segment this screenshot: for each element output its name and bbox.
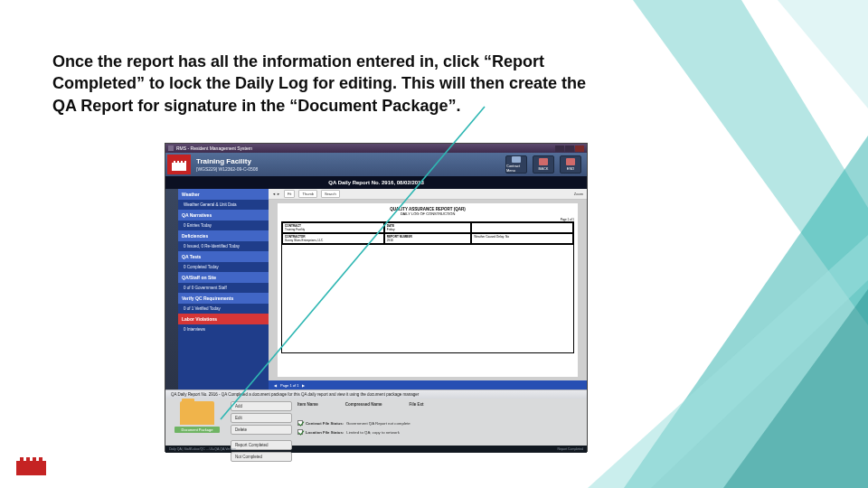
sidebar-item[interactable]: Weather General & Unit Data bbox=[178, 200, 269, 210]
window-titlebar: RMS - Resident Management System bbox=[165, 144, 587, 153]
sidebar-item[interactable]: 0 of 1 Verified Today bbox=[178, 304, 269, 314]
app-icon bbox=[168, 145, 174, 151]
svg-marker-2 bbox=[624, 136, 868, 488]
sidebar-head-staff[interactable]: QA/Staff on Site bbox=[178, 272, 269, 283]
doc-thumb-button[interactable]: Thumb bbox=[298, 190, 316, 198]
pager-prev-icon[interactable]: ◀ bbox=[274, 383, 277, 388]
app-footer: Daily QA | Staff/Labor/QC ... UI=QA,QA,V… bbox=[165, 446, 587, 453]
contractor-menu-button[interactable]: Contract Menu bbox=[505, 155, 527, 174]
folder-icon[interactable] bbox=[180, 401, 214, 425]
report-page: QUALITY ASSURANCE REPORT (QAR) DAILY LOG… bbox=[278, 203, 578, 377]
sidebar: Weather Weather General & Unit Data QA N… bbox=[178, 189, 269, 389]
back-button[interactable]: BACK bbox=[533, 155, 554, 174]
window-minimize-button[interactable] bbox=[555, 145, 564, 152]
doc-fit-button[interactable]: Fit bbox=[284, 190, 295, 198]
info-banner: QA Daily Report No. 2916 - QA Completed … bbox=[165, 389, 587, 399]
window-title: RMS - Resident Management System bbox=[176, 145, 252, 151]
report-info-grid: CONTRACTTraining Facility DATEFriday CON… bbox=[281, 221, 574, 245]
facility-name: Training Facility bbox=[196, 157, 258, 166]
sidebar-item[interactable]: 0 Completed Today bbox=[178, 262, 269, 272]
app-window: RMS - Resident Management System Trainin… bbox=[165, 143, 588, 452]
sidebar-item[interactable]: 0 Interviews bbox=[178, 324, 269, 334]
sidebar-head-deficiencies[interactable]: Deficiencies bbox=[178, 230, 269, 241]
delete-button[interactable]: Delete bbox=[231, 425, 292, 435]
table-header: Item Name Compressed Name File Ext bbox=[297, 402, 583, 407]
document-package-label[interactable]: Document Package bbox=[175, 427, 220, 433]
person-silhouette bbox=[165, 189, 178, 389]
end-button[interactable]: END bbox=[560, 155, 581, 174]
sidebar-head-verifyqc[interactable]: Verify QC Requirements bbox=[178, 293, 269, 304]
bottom-panel: Document Package Add Edit Delete Report … bbox=[165, 399, 587, 446]
sidebar-head-narratives[interactable]: QA Narratives bbox=[178, 210, 269, 221]
doc-pager: ◀ Page 1 of 1 ▶ bbox=[269, 380, 587, 389]
facility-contract: [WGS229] W12362-09-C-0508 bbox=[196, 166, 258, 172]
not-completed-button[interactable]: Not Completed bbox=[231, 452, 292, 462]
window-maximize-button[interactable] bbox=[565, 145, 574, 152]
svg-marker-3 bbox=[723, 289, 868, 488]
window-close-button[interactable] bbox=[575, 145, 584, 152]
doc-search-button[interactable]: Search bbox=[321, 190, 340, 198]
svg-marker-0 bbox=[687, 0, 868, 108]
add-button[interactable]: Add bbox=[231, 401, 292, 411]
pager-label: Page 1 of 1 bbox=[280, 383, 298, 388]
slide-instruction-text: Once the report has all the information … bbox=[52, 51, 613, 117]
location-status-row: Location File Status: Limited to QA; cop… bbox=[297, 429, 583, 435]
sidebar-item[interactable]: 0 of 0 Government Staff bbox=[178, 283, 269, 293]
pager-next-icon[interactable]: ▶ bbox=[302, 383, 305, 388]
usace-logo bbox=[14, 452, 49, 481]
checkbox-icon bbox=[297, 420, 303, 426]
sidebar-item[interactable]: 0 Entries Today bbox=[178, 221, 269, 230]
facility-header: Training Facility [WGS229] W12362-09-C-0… bbox=[165, 153, 587, 176]
document-viewer: ◄ ► Fit Thumb Search Zoom QUALITY ASSURA… bbox=[269, 189, 587, 389]
contract-status-row: Contract File Status: Government QA Repo… bbox=[297, 420, 583, 426]
report-subtitle: DAILY LOG OF CONSTRUCTION bbox=[281, 211, 574, 216]
edit-button[interactable]: Edit bbox=[231, 413, 292, 423]
report-completed-button[interactable]: Report Completed bbox=[231, 440, 292, 450]
sidebar-head-weather[interactable]: Weather bbox=[178, 189, 269, 200]
doc-zoom-label: Zoom bbox=[574, 192, 583, 196]
svg-marker-1 bbox=[633, 0, 868, 325]
sidebar-item[interactable]: 0 Issued, 0 Re-Identified Today bbox=[178, 241, 269, 251]
checkbox-icon bbox=[297, 429, 303, 435]
sidebar-head-labor[interactable]: Labor Violations bbox=[178, 314, 269, 324]
workspace: Weather Weather General & Unit Data QA N… bbox=[165, 189, 587, 389]
sidebar-head-qatests[interactable]: QA Tests bbox=[178, 251, 269, 262]
doc-toolbar: ◄ ► Fit Thumb Search Zoom bbox=[269, 189, 587, 200]
report-header-bar: QA Daily Report No. 2916, 08/02/2013 bbox=[165, 176, 587, 189]
usace-castle-icon bbox=[167, 155, 191, 174]
svg-marker-4 bbox=[588, 235, 868, 488]
